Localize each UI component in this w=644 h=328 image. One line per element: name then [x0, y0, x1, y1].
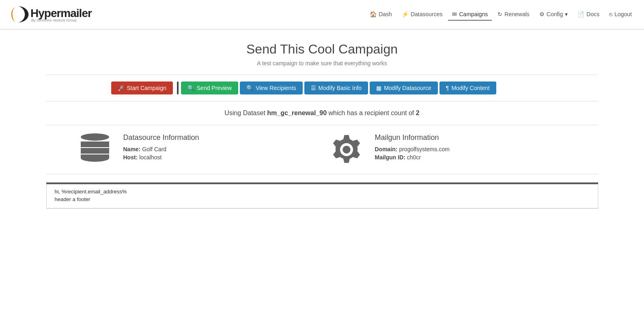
main-container: Send This Cool Campaign A test campaign … — [38, 30, 606, 209]
page-subtitle: A test campaign to make sure that everyt… — [46, 60, 598, 66]
page-title: Send This Cool Campaign — [46, 42, 598, 57]
toolbar: 🚀 Start Campaign 🔍 Send Preview 🔍 View R… — [46, 75, 598, 101]
nav-logout[interactable]: ⎋ Logout — [605, 9, 636, 21]
house-icon: 🏠 — [370, 11, 377, 17]
modify-content-button[interactable]: ¶ Modify Content — [439, 81, 496, 94]
logo-icon — [8, 3, 30, 26]
modify-datasource-button[interactable]: ▦ Modify Datasource — [370, 81, 438, 94]
nav-campaigns[interactable]: ✉ Campaigns — [448, 9, 492, 21]
dataset-info: Using Dataset hm_gc_renewal_90 which has… — [46, 101, 598, 125]
view-recipients-search-icon: 🔍 — [246, 85, 253, 91]
nav-dash[interactable]: 🏠 Dash — [366, 9, 396, 21]
send-preview-search-icon: 🔍 — [187, 85, 194, 91]
datasource-host: Host: localhost — [123, 154, 199, 161]
nav-datasources[interactable]: ⚡ Datasources — [398, 9, 447, 21]
toolbar-separator — [177, 81, 179, 94]
table-icon: ▦ — [376, 85, 381, 91]
dataset-count: 2 — [416, 109, 420, 116]
info-divider — [46, 174, 598, 174]
email-bottom-divider — [46, 208, 598, 209]
mailgun-domain: Domain: progolfsystems.com — [375, 146, 450, 152]
mailgun-id: Mailgun ID: ch0cr — [375, 154, 450, 161]
datasource-title: Datasource Information — [123, 133, 199, 142]
logo: Hypermailer By Simmons Venture Group — [8, 3, 92, 26]
dataset-text-middle: which has a recipient count of — [329, 109, 416, 116]
file-icon: 📄 — [577, 11, 584, 17]
nav-config[interactable]: ⚙ Config ▾ — [535, 9, 572, 21]
brand-name: Hypermailer — [30, 7, 92, 19]
datasource-content: Datasource Information Name: Golf Card H… — [123, 133, 199, 162]
logout-icon: ⎋ — [609, 11, 612, 17]
send-preview-button[interactable]: 🔍 Send Preview — [181, 81, 238, 94]
chevron-down-icon: ▾ — [565, 11, 568, 17]
modify-basic-info-button[interactable]: ☰ Modify Basic Info — [304, 81, 368, 94]
envelope-icon: ✉ — [452, 11, 457, 17]
navbar: Hypermailer By Simmons Venture Group 🏠 D… — [0, 0, 644, 29]
nav-links: 🏠 Dash ⚡ Datasources ✉ Campaigns ↻ Renew… — [366, 9, 636, 21]
rocket-icon: 🚀 — [118, 85, 125, 91]
datasource-name: Name: Golf Card — [123, 146, 199, 152]
mailgun-section: Mailgun Information Domain: progolfsyste… — [330, 133, 566, 166]
database-icon — [79, 133, 111, 162]
gear-icon: ⚙ — [539, 11, 545, 17]
start-campaign-button[interactable]: 🚀 Start Campaign — [111, 81, 173, 94]
mailgun-content: Mailgun Information Domain: progolfsyste… — [375, 133, 450, 162]
nav-docs[interactable]: 📄 Docs — [573, 9, 603, 21]
email-line-1: hi, %recipient.email_address% — [55, 189, 590, 195]
dataset-name: hm_gc_renewal_90 — [267, 109, 327, 116]
list-icon: ☰ — [311, 85, 316, 91]
mailgun-title: Mailgun Information — [375, 133, 450, 142]
page-header: Send This Cool Campaign A test campaign … — [46, 30, 598, 75]
view-recipients-button[interactable]: 🔍 View Recipients — [240, 81, 302, 94]
refresh-icon: ↻ — [498, 11, 502, 17]
paragraph-icon: ¶ — [446, 85, 449, 91]
datasource-section: Datasource Information Name: Golf Card H… — [79, 133, 314, 166]
dataset-text-before: Using Dataset — [224, 109, 265, 116]
mailgun-gear-icon — [330, 133, 363, 166]
email-line-2: header a footer — [55, 196, 590, 202]
bolt-icon: ⚡ — [402, 11, 409, 17]
info-row: Datasource Information Name: Golf Card H… — [46, 125, 598, 174]
email-preview-body: hi, %recipient.email_address% header a f… — [46, 184, 598, 208]
nav-renewals[interactable]: ↻ Renewals — [493, 9, 533, 21]
